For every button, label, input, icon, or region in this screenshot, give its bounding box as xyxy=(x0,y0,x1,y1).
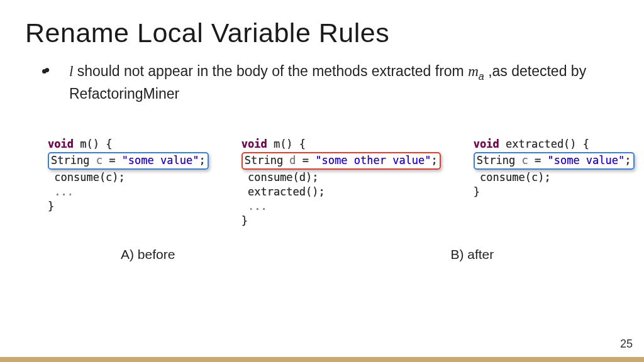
highlight-blue: String c = "some value"; xyxy=(474,152,635,170)
highlight-blue: String c = "some value"; xyxy=(48,152,209,170)
code-block: void m() { String d = "some other value"… xyxy=(242,137,441,228)
slide: Rename Local Variable Rules l should not… xyxy=(0,0,644,362)
footer-accent-bar xyxy=(0,357,644,362)
highlight-red: String d = "some other value"; xyxy=(242,152,441,170)
caption-after: B) after xyxy=(450,247,494,262)
code-block: void m() { String c = "some value"; cons… xyxy=(48,137,209,214)
bullet-text-1: should not appear in the body of the met… xyxy=(73,63,468,79)
slide-title: Rename Local Variable Rules xyxy=(25,18,619,48)
code-block: void extracted() { String c = "some valu… xyxy=(474,137,635,199)
var-m: m xyxy=(468,63,479,79)
var-m-sub: a xyxy=(479,70,484,82)
code-after-extracted: void extracted() { String c = "some valu… xyxy=(474,137,635,228)
captions: A) before B) after xyxy=(25,247,619,262)
bullet-item: l should not appear in the body of the m… xyxy=(55,61,619,104)
bullet-list: l should not appear in the body of the m… xyxy=(25,61,619,104)
code-after-m: void m() { String d = "some other value"… xyxy=(242,137,441,228)
caption-before: A) before xyxy=(121,247,175,262)
examples-row: void m() { String c = "some value"; cons… xyxy=(25,137,619,228)
code-before: void m() { String c = "some value"; cons… xyxy=(48,137,209,228)
page-number: 25 xyxy=(620,337,633,351)
